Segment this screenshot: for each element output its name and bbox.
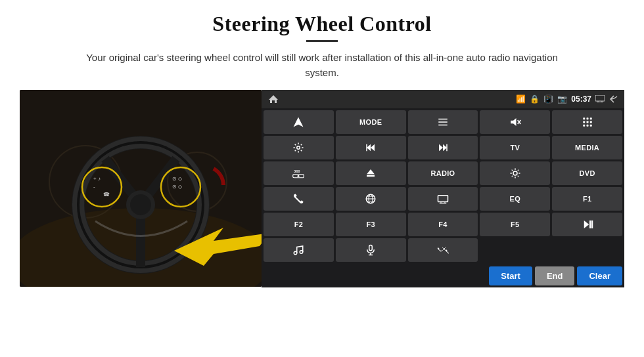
btn-f1[interactable]: F1 [552, 187, 622, 211]
svg-text:360: 360 [294, 169, 300, 173]
control-panel: 📶 🔒 📳 📷 05:37 [262, 90, 624, 287]
svg-rect-27 [438, 121, 448, 123]
status-bar-right: 📶 🔒 📳 📷 05:37 [516, 94, 618, 104]
btn-tv[interactable]: TV [480, 136, 550, 159]
bluetooth-icon: 📷 [557, 94, 567, 104]
btn-settings[interactable] [264, 136, 334, 159]
status-bar-left [268, 94, 279, 104]
svg-rect-21 [595, 95, 605, 101]
btn-eq[interactable]: EQ [480, 187, 550, 211]
sim-icon: 📳 [543, 94, 553, 104]
svg-point-75 [300, 250, 304, 253]
svg-text:+ ♪: + ♪ [93, 176, 101, 182]
svg-marker-42 [367, 144, 371, 151]
svg-line-61 [518, 169, 519, 171]
btn-f3[interactable]: F3 [336, 213, 406, 236]
page-subtitle: Your original car's steering wheel contr… [85, 50, 559, 81]
svg-rect-76 [369, 245, 373, 250]
btn-list[interactable] [408, 110, 478, 134]
svg-line-59 [518, 175, 519, 177]
svg-marker-25 [294, 117, 304, 127]
svg-rect-38 [583, 124, 585, 126]
bottom-buttons: Start End Clear [262, 264, 624, 287]
svg-rect-28 [438, 124, 448, 125]
btn-radio[interactable]: RADIO [408, 161, 478, 185]
btn-apps[interactable] [552, 110, 622, 134]
btn-empty2 [552, 238, 622, 262]
page-title: Steering Wheel Control [212, 12, 431, 36]
svg-rect-33 [586, 117, 588, 119]
svg-rect-67 [438, 195, 448, 201]
svg-marker-20 [269, 95, 278, 103]
svg-rect-39 [586, 124, 588, 126]
car-image: + ♪ - ☎ ⊙ ◇ ⊙ ◇ [20, 90, 262, 287]
svg-text:⊙ ◇: ⊙ ◇ [172, 184, 183, 190]
btn-eject[interactable] [336, 161, 406, 185]
btn-mode[interactable]: MODE [336, 110, 406, 134]
svg-rect-73 [591, 220, 593, 228]
svg-rect-37 [589, 121, 591, 123]
svg-marker-71 [584, 220, 589, 228]
start-button[interactable]: Start [489, 266, 532, 285]
btn-mic[interactable] [336, 238, 406, 262]
title-divider [306, 40, 338, 42]
btn-dvd[interactable]: DVD [552, 161, 622, 185]
svg-marker-46 [439, 144, 443, 151]
wifi-icon: 📶 [516, 94, 526, 104]
btn-screen[interactable] [408, 187, 478, 211]
page-container: Steering Wheel Control Your original car… [0, 0, 644, 357]
svg-marker-29 [511, 118, 516, 126]
btn-empty1 [480, 238, 550, 262]
button-grid: MODE [262, 108, 624, 264]
btn-playpause[interactable] [552, 213, 622, 236]
svg-rect-36 [586, 121, 588, 123]
status-bar: 📶 🔒 📳 📷 05:37 [262, 90, 624, 108]
btn-next[interactable] [408, 136, 478, 159]
svg-rect-72 [589, 220, 591, 228]
lock-icon: 🔒 [530, 94, 540, 104]
btn-phone[interactable] [264, 187, 334, 211]
svg-marker-51 [367, 169, 375, 175]
btn-mute[interactable] [480, 110, 550, 134]
btn-music[interactable] [264, 238, 334, 262]
svg-point-50 [298, 175, 300, 177]
svg-line-58 [511, 169, 513, 171]
svg-text:-: - [93, 184, 95, 190]
status-time: 05:37 [571, 94, 591, 104]
btn-media[interactable]: MEDIA [552, 136, 622, 159]
content-row: + ♪ - ☎ ⊙ ◇ ⊙ ◇ [20, 90, 624, 287]
svg-line-60 [511, 175, 513, 177]
svg-point-11 [130, 194, 151, 215]
svg-point-74 [294, 251, 298, 255]
btn-f5[interactable]: F5 [480, 213, 550, 236]
svg-text:⊙ ◇: ⊙ ◇ [172, 176, 183, 182]
svg-rect-26 [438, 118, 448, 119]
clear-button[interactable]: Clear [577, 266, 622, 285]
svg-point-41 [297, 146, 300, 149]
svg-rect-40 [589, 124, 591, 126]
svg-rect-35 [583, 121, 585, 123]
btn-f4[interactable]: F4 [408, 213, 478, 236]
svg-marker-45 [443, 144, 447, 151]
btn-f2[interactable]: F2 [264, 213, 334, 236]
svg-point-53 [513, 171, 517, 175]
btn-prev[interactable] [336, 136, 406, 159]
end-button[interactable]: End [535, 266, 575, 285]
btn-phonecall[interactable] [408, 238, 478, 262]
svg-rect-52 [367, 175, 375, 177]
svg-text:☎: ☎ [103, 192, 110, 198]
btn-360cam[interactable]: 360 [264, 161, 334, 185]
svg-rect-32 [583, 117, 585, 119]
svg-marker-43 [371, 144, 375, 151]
btn-navigate[interactable] [264, 110, 334, 134]
svg-rect-34 [589, 117, 591, 119]
btn-browser[interactable] [336, 187, 406, 211]
btn-brightness[interactable] [480, 161, 550, 185]
